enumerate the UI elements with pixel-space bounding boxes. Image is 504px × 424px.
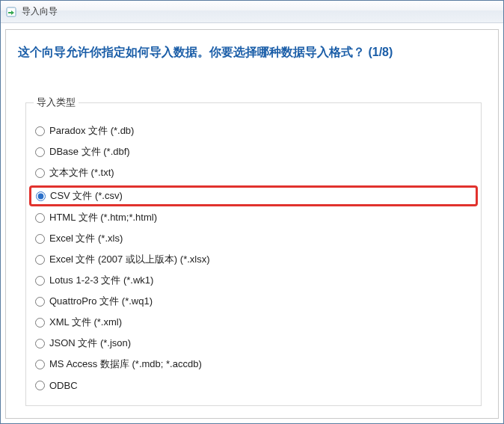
import-type-radio[interactable] — [35, 360, 45, 369]
import-type-label: Excel 文件 (2007 或以上版本) (*.xlsx) — [49, 253, 210, 266]
import-type-option[interactable]: CSV 文件 (*.csv) — [29, 185, 478, 206]
import-type-option[interactable]: ODBC — [34, 377, 473, 393]
import-type-radio[interactable] — [35, 255, 45, 265]
titlebar[interactable]: 导入向导 — [1, 1, 503, 23]
client-area: 这个向导允许你指定如何导入数据。你要选择哪种数据导入格式？ (1/8) 导入类型… — [1, 23, 503, 423]
import-type-option[interactable]: XML 文件 (*.xml) — [34, 314, 473, 331]
import-type-label: Excel 文件 (*.xls) — [49, 232, 123, 245]
import-type-option[interactable]: DBase 文件 (*.dbf) — [34, 144, 473, 160]
import-type-radio[interactable] — [35, 297, 45, 307]
import-type-radio[interactable] — [35, 147, 45, 157]
import-type-radio[interactable] — [35, 126, 45, 136]
window-title: 导入向导 — [22, 5, 58, 18]
import-type-radio[interactable] — [35, 213, 45, 223]
import-type-label: XML 文件 (*.xml) — [49, 316, 122, 329]
import-type-label: 文本文件 (*.txt) — [49, 166, 114, 179]
import-type-option[interactable]: Paradox 文件 (*.db) — [34, 123, 473, 139]
import-type-radio[interactable] — [35, 234, 45, 244]
import-type-label: QuattroPro 文件 (*.wq1) — [49, 295, 153, 308]
import-type-radio[interactable] — [35, 381, 45, 390]
import-type-legend: 导入类型 — [34, 96, 79, 109]
import-type-label: CSV 文件 (*.csv) — [50, 189, 123, 203]
import-type-radio[interactable] — [35, 339, 45, 348]
wizard-panel: 这个向导允许你指定如何导入数据。你要选择哪种数据导入格式？ (1/8) 导入类型… — [5, 29, 499, 419]
import-type-radio[interactable] — [36, 191, 46, 201]
import-wizard-icon — [5, 6, 17, 18]
import-type-option[interactable]: MS Access 数据库 (*.mdb; *.accdb) — [34, 356, 473, 372]
import-type-label: HTML 文件 (*.htm;*.html) — [49, 211, 157, 224]
import-type-radio[interactable] — [35, 168, 45, 178]
wizard-heading: 这个向导允许你指定如何导入数据。你要选择哪种数据导入格式？ (1/8) — [18, 43, 488, 61]
import-type-option[interactable]: Excel 文件 (2007 或以上版本) (*.xlsx) — [34, 251, 473, 268]
import-type-radio[interactable] — [35, 276, 45, 286]
import-type-label: ODBC — [49, 380, 78, 391]
import-type-option[interactable]: QuattroPro 文件 (*.wq1) — [34, 293, 473, 310]
import-type-label: MS Access 数据库 (*.mdb; *.accdb) — [49, 357, 202, 371]
import-type-label: JSON 文件 (*.json) — [49, 337, 131, 350]
import-type-option[interactable]: Lotus 1-2-3 文件 (*.wk1) — [34, 272, 473, 289]
import-wizard-window: 导入向导 这个向导允许你指定如何导入数据。你要选择哪种数据导入格式？ (1/8)… — [0, 0, 504, 424]
import-type-option[interactable]: 文本文件 (*.txt) — [34, 165, 473, 181]
import-type-option[interactable]: HTML 文件 (*.htm;*.html) — [34, 209, 473, 226]
import-type-label: DBase 文件 (*.dbf) — [49, 145, 130, 159]
import-type-radio[interactable] — [35, 318, 45, 328]
import-type-label: Paradox 文件 (*.db) — [49, 124, 134, 138]
import-type-option[interactable]: Excel 文件 (*.xls) — [34, 230, 473, 247]
import-type-option[interactable]: JSON 文件 (*.json) — [34, 335, 473, 351]
import-type-group: 导入类型 Paradox 文件 (*.db)DBase 文件 (*.dbf)文本… — [25, 96, 482, 406]
import-type-label: Lotus 1-2-3 文件 (*.wk1) — [49, 274, 153, 287]
